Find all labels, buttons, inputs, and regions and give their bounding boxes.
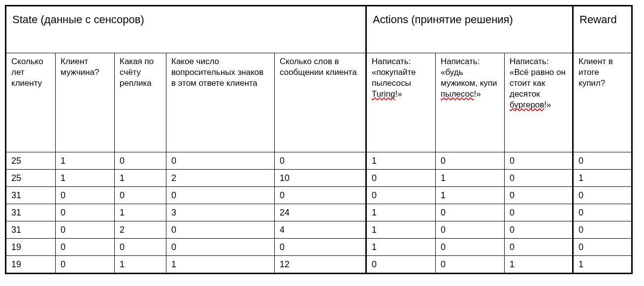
data-cell: 19	[6, 256, 56, 273]
data-cell: 0	[56, 239, 115, 255]
data-cell: 0	[115, 187, 166, 204]
data-cell: 25	[6, 152, 56, 169]
data-cell: 0	[275, 239, 363, 255]
data-cell: 0	[505, 204, 571, 221]
data-cell: 31	[6, 221, 56, 238]
data-cell: 0	[115, 152, 166, 169]
data-cell: 1	[115, 204, 166, 221]
actions-header-row: Написать: «покупайте пылесосы Turing!» Н…	[367, 53, 572, 152]
data-cell: 0	[436, 239, 505, 255]
data-cell: 1	[367, 152, 436, 169]
actions-title: Actions (принятие решения)	[367, 6, 572, 53]
actions-section: Actions (принятие решения) Написать: «по…	[367, 5, 574, 274]
data-cell: 0	[574, 221, 630, 238]
data-cell: 0	[275, 187, 363, 204]
data-cell: 0	[56, 256, 115, 273]
data-cell: 0	[56, 204, 115, 221]
data-cell: 12	[275, 256, 363, 273]
data-cell: 0	[115, 239, 166, 255]
table-row: 0	[574, 204, 631, 221]
data-cell: 19	[6, 239, 56, 255]
table-row: 010	[367, 169, 572, 186]
data-cell: 25	[6, 170, 56, 186]
table-row: 0	[574, 221, 631, 238]
data-cell: 1	[505, 256, 571, 273]
table-row: 010	[367, 186, 572, 204]
reward-title: Reward	[574, 6, 631, 53]
data-cell: 1	[367, 239, 436, 255]
table-row: 0	[574, 186, 631, 204]
data-cell: 1	[367, 204, 436, 221]
state-col-2: Какая по счёту реплика	[115, 53, 166, 152]
data-cell: 1	[56, 152, 115, 169]
data-cell: 31	[6, 187, 56, 204]
actions-col-0: Написать: «покупайте пылесосы Turing!»	[367, 53, 436, 152]
data-cell: 0	[166, 221, 275, 238]
state-col-0: Сколько лет клиенту	[6, 53, 56, 152]
table-row: 1	[574, 255, 631, 273]
data-cell: 0	[574, 239, 630, 255]
data-cell: 0	[505, 152, 571, 169]
table-row: 2511210	[6, 169, 365, 186]
data-cell: 2	[166, 170, 275, 186]
state-col-1: Клиент мужчина?	[56, 53, 115, 152]
state-col-4: Сколько слов в сообщении клиента	[275, 53, 363, 152]
data-cell: 2	[115, 221, 166, 238]
reward-header-row: Клиент в итоге купил?	[574, 53, 631, 152]
data-cell: 1	[574, 256, 630, 273]
table-row: 310000	[6, 186, 365, 204]
data-cell: 0	[56, 187, 115, 204]
data-cell: 0	[275, 152, 363, 169]
data-cell: 0	[436, 152, 505, 169]
actions-col-2: Написать: «Всё равно он стоит как десято…	[505, 53, 571, 152]
data-cell: 0	[574, 204, 630, 221]
data-cell: 0	[367, 187, 436, 204]
table-row: 0	[574, 238, 631, 255]
rl-table: State (данные с сенсоров) Сколько лет кл…	[5, 5, 639, 274]
data-cell: 0	[574, 187, 630, 204]
data-cell: 0	[166, 187, 275, 204]
table-row: 3101324	[6, 204, 365, 221]
table-row: 100	[367, 204, 572, 221]
data-cell: 1	[166, 256, 275, 273]
table-row: 100	[367, 152, 572, 169]
data-cell: 31	[6, 204, 56, 221]
table-row: 001	[367, 255, 572, 273]
data-cell: 0	[574, 152, 630, 169]
table-row: 1901112	[6, 255, 365, 273]
data-cell: 0	[505, 239, 571, 255]
state-section: State (данные с сенсоров) Сколько лет кл…	[5, 5, 367, 274]
table-row: 190000	[6, 238, 365, 255]
data-cell: 0	[505, 187, 571, 204]
data-cell: 1	[115, 256, 166, 273]
reward-section: Reward Клиент в итоге купил? 0100001	[574, 5, 633, 274]
table-row: 310204	[6, 221, 365, 238]
data-cell: 10	[275, 170, 363, 186]
state-title: State (данные с сенсоров)	[6, 6, 365, 53]
data-cell: 1	[436, 187, 505, 204]
table-row: 251000	[6, 152, 365, 169]
state-col-3: Какое число вопросительных знаков в этом…	[166, 53, 275, 152]
actions-col-1: Написать: «будь мужиком, купи пылесос!»	[436, 53, 505, 152]
data-cell: 0	[436, 256, 505, 273]
data-cell: 1	[56, 170, 115, 186]
table-row: 0	[574, 152, 631, 169]
data-cell: 3	[166, 204, 275, 221]
data-cell: 0	[367, 170, 436, 186]
data-cell: 1	[367, 221, 436, 238]
state-header-row: Сколько лет клиенту Клиент мужчина? Кака…	[6, 53, 365, 152]
data-cell: 0	[56, 221, 115, 238]
reward-col-0: Клиент в итоге купил?	[574, 53, 630, 152]
data-cell: 1	[574, 170, 630, 186]
data-cell: 0	[367, 256, 436, 273]
data-cell: 0	[505, 221, 571, 238]
data-cell: 0	[166, 152, 275, 169]
data-cell: 0	[166, 239, 275, 255]
data-cell: 24	[275, 204, 363, 221]
data-cell: 0	[436, 221, 505, 238]
data-cell: 4	[275, 221, 363, 238]
table-row: 100	[367, 238, 572, 255]
data-cell: 0	[505, 170, 571, 186]
data-cell: 1	[115, 170, 166, 186]
table-row: 1	[574, 169, 631, 186]
